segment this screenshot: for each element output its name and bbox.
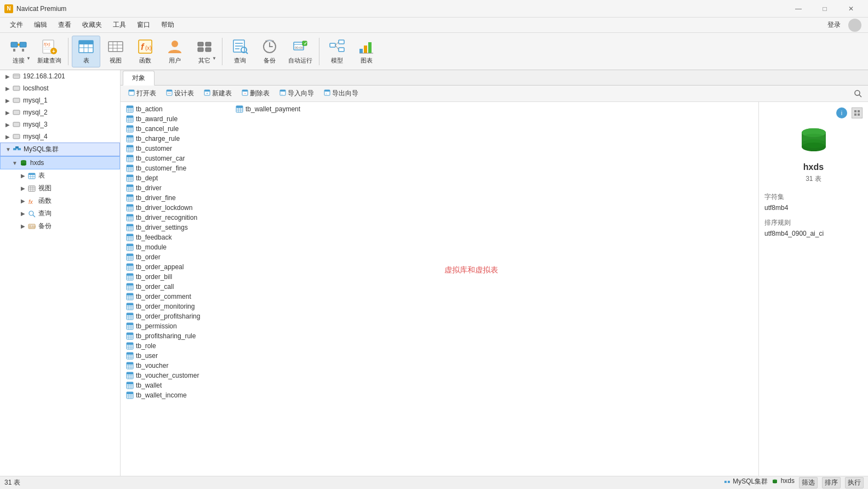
info-button[interactable]: i <box>836 107 847 118</box>
statusbar-execute[interactable]: 执行 <box>845 477 864 488</box>
sidebar-item-mysql3[interactable]: ▶ mysql_3 <box>0 118 120 130</box>
tree-toggle-mysqlgroup[interactable]: ▼ <box>5 146 12 153</box>
maximize-button[interactable]: □ <box>812 0 837 18</box>
sidebar-item-mysqlgroup[interactable]: ▼ MySQL集群 <box>0 143 120 156</box>
table-item[interactable]: tb_user <box>123 351 232 361</box>
toolbar-view[interactable]: 视图 <box>101 36 130 67</box>
tree-toggle-mysql4[interactable]: ▶ <box>4 133 11 140</box>
table-name: tb_dept <box>136 174 158 182</box>
table-item[interactable]: tb_driver_settings <box>123 223 232 232</box>
table-item[interactable]: tb_order_comment <box>123 292 232 302</box>
menu-tools[interactable]: 工具 <box>107 18 132 32</box>
table-item[interactable]: tb_voucher_customer <box>123 371 232 380</box>
sidebar-item-localhost[interactable]: ▶ locslhost <box>0 82 120 94</box>
backup-icon <box>261 38 278 55</box>
table-item[interactable]: tb_driver_lockdown <box>123 203 232 213</box>
tree-toggle-mysql2[interactable]: ▶ <box>4 109 11 116</box>
table-item[interactable]: tb_driver_fine <box>123 193 232 203</box>
tree-toggle-mysql1[interactable]: ▶ <box>4 97 11 104</box>
statusbar: 31 表 MySQL集群 hxds 筛选 排序 执行 <box>0 476 868 489</box>
toolbar-autorun[interactable]: ✓ 00:00 自动运行 <box>285 36 316 67</box>
toolbar-query[interactable]: 查询 <box>226 36 254 67</box>
sidebar-item-hxds[interactable]: ▼ hxds <box>0 156 120 169</box>
sidebar-item-queries[interactable]: ▶ 查询 <box>0 207 120 220</box>
statusbar-sort[interactable]: 排序 <box>822 477 841 488</box>
sidebar-item-mysql4[interactable]: ▶ mysql_4 <box>0 130 120 143</box>
btn-design-table[interactable]: 设计表 <box>162 87 198 100</box>
tree-toggle-ip1[interactable]: ▶ <box>4 73 11 79</box>
table-item[interactable]: tb_voucher <box>123 361 232 371</box>
tree-toggle-backup[interactable]: ▶ <box>20 223 26 230</box>
table-item[interactable]: tb_role <box>123 341 232 351</box>
btn-import[interactable]: ↓ 导入向导 <box>275 87 318 100</box>
table-item[interactable]: tb_permission <box>123 321 232 331</box>
sidebar-item-views[interactable]: ▶ 视图 <box>0 182 120 195</box>
toolbar-function[interactable]: f (x) 函数 <box>131 36 159 67</box>
menu-favorites[interactable]: 收藏夹 <box>77 18 107 32</box>
toolbar-other[interactable]: 其它 ▼ <box>190 36 219 67</box>
sidebar-item-mysql1[interactable]: ▶ mysql_1 <box>0 94 120 106</box>
sidebar-item-backup[interactable]: ▶ BAK 备份 <box>0 220 120 232</box>
table-item[interactable]: tb_module <box>123 242 232 252</box>
toolbar-connect[interactable]: 连接 ▼ <box>4 36 33 67</box>
table-item[interactable]: tb_wallet <box>123 380 232 390</box>
sidebar-item-ip1[interactable]: ▶ 192.168.1.201 <box>0 70 120 82</box>
menu-help[interactable]: 帮助 <box>156 18 180 32</box>
table-item[interactable]: tb_order_call <box>123 282 232 292</box>
table-item[interactable]: tb_order_appeal <box>123 262 232 272</box>
tree-toggle-mysql3[interactable]: ▶ <box>4 121 11 128</box>
table-item[interactable]: tb_charge_rule <box>123 134 232 144</box>
table-item[interactable]: tb_action <box>123 104 232 114</box>
menu-edit[interactable]: 编辑 <box>28 18 53 32</box>
btn-export[interactable]: ↑ 导出向导 <box>319 87 363 100</box>
toolbar-view-label: 视图 <box>110 56 122 65</box>
table-item[interactable]: tb_dept <box>123 173 232 183</box>
table-item[interactable]: tb_order_monitoring <box>123 302 232 311</box>
table-item[interactable]: tb_order_bill <box>123 272 232 282</box>
search-button[interactable] <box>852 87 865 100</box>
table-item[interactable]: tb_customer_fine <box>123 163 232 173</box>
minimize-button[interactable]: — <box>786 0 811 18</box>
tab-objects[interactable]: 对象 <box>123 71 155 86</box>
tree-toggle-views[interactable]: ▶ <box>20 185 26 192</box>
toolbar-chart[interactable]: 图表 <box>352 36 381 67</box>
table-item[interactable]: tb_cancel_rule <box>123 124 232 134</box>
table-item[interactable]: tb_wallet_payment <box>232 104 342 114</box>
toolbar-model[interactable]: 模型 <box>323 36 351 67</box>
login-button[interactable]: 登录 <box>822 18 846 32</box>
toolbar-table[interactable]: 表 <box>72 36 100 67</box>
tree-toggle-functions[interactable]: ▶ <box>20 198 26 204</box>
sidebar-label-queries: 查询 <box>38 209 52 218</box>
btn-new-table[interactable]: + 新建表 <box>199 87 236 100</box>
tree-toggle-tables[interactable]: ▶ <box>20 173 26 179</box>
tree-toggle-localhost[interactable]: ▶ <box>4 85 11 92</box>
table-item[interactable]: tb_driver <box>123 183 232 193</box>
btn-delete-table[interactable]: − 删除表 <box>237 87 274 100</box>
toolbar-backup[interactable]: 备份 <box>255 36 284 67</box>
table-item[interactable]: tb_feedback <box>123 232 232 242</box>
tree-toggle-queries[interactable]: ▶ <box>20 211 26 217</box>
table-item[interactable]: tb_customer_car <box>123 153 232 163</box>
statusbar-filter[interactable]: 筛选 <box>799 477 818 488</box>
svg-rect-284 <box>854 110 856 112</box>
table-item[interactable]: tb_order <box>123 252 232 262</box>
sidebar-item-tables[interactable]: ▶ 表 <box>0 169 120 182</box>
table-item[interactable]: tb_customer <box>123 144 232 153</box>
table-item[interactable]: tb_order_profitsharing <box>123 311 232 321</box>
table-item[interactable]: tb_award_rule <box>123 114 232 124</box>
sidebar-item-functions[interactable]: ▶ fx 函数 <box>0 195 120 207</box>
svg-rect-52 <box>14 75 19 76</box>
grid-view-button[interactable] <box>852 107 863 118</box>
table-item[interactable]: tb_driver_recognition <box>123 213 232 223</box>
menu-file[interactable]: 文件 <box>4 18 28 32</box>
btn-open-table[interactable]: 打开表 <box>124 87 161 100</box>
table-item[interactable]: tb_profitsharing_rule <box>123 331 232 341</box>
table-item[interactable]: tb_wallet_income <box>123 390 232 400</box>
close-button[interactable]: ✕ <box>838 0 864 18</box>
menu-window[interactable]: 窗口 <box>132 18 156 32</box>
toolbar-new-query[interactable]: f(x) + 新建查询 <box>34 36 65 67</box>
toolbar-user[interactable]: 用户 <box>161 36 189 67</box>
menu-view[interactable]: 查看 <box>53 18 77 32</box>
sidebar-item-mysql2[interactable]: ▶ mysql_2 <box>0 106 120 118</box>
tree-toggle-hxds[interactable]: ▼ <box>12 160 18 166</box>
